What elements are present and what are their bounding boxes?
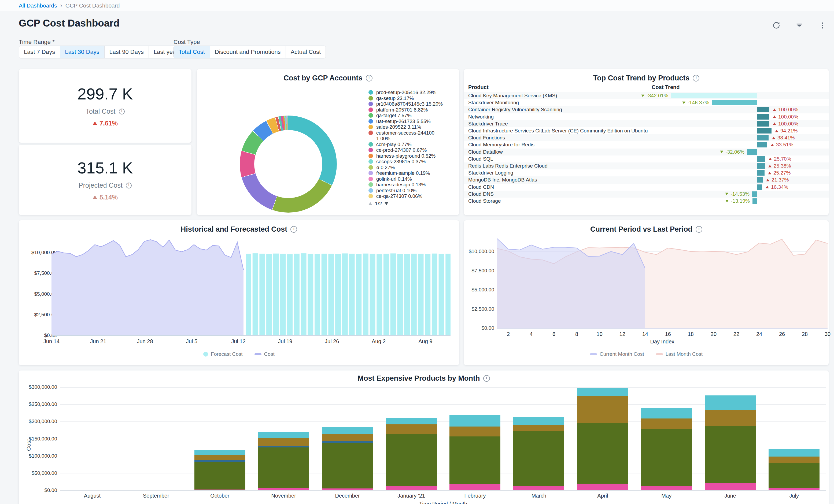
info-icon[interactable] (290, 226, 297, 233)
legend-item[interactable]: golink-url 0.14% (369, 176, 452, 182)
projected-cost-value: 315.1 K (78, 159, 133, 177)
x-axis-tick: Aug 2 (372, 338, 386, 345)
legend-item[interactable]: harness-design 0.13% (369, 182, 452, 188)
table-row[interactable]: Cloud SQL25.70% (464, 155, 829, 162)
info-icon[interactable] (126, 182, 132, 189)
trend-cell: 38.41% (650, 134, 827, 141)
legend-item[interactable]: pr10406a87045145c3 15.20% (369, 101, 452, 107)
stacked-bar[interactable] (705, 395, 756, 490)
legend-item[interactable]: harness-playground 0.52% (369, 153, 452, 159)
stacked-bar[interactable] (577, 388, 628, 490)
trend-cell: 16.34% (650, 184, 827, 191)
table-row[interactable]: Stackdriver Logging25.27% (464, 170, 829, 176)
stacked-bar[interactable] (769, 449, 819, 490)
legend-item[interactable]: prod-setup-205416 32.29% (369, 90, 452, 95)
stacked-bar[interactable] (322, 427, 373, 490)
table-row[interactable]: Stackdriver Trace100.00% (464, 120, 829, 127)
legend-item[interactable]: secops-239815 0.37% (369, 159, 452, 165)
table-row[interactable]: Cloud Functions38.41% (464, 134, 829, 141)
legend-item[interactable]: ø 0.27% (369, 165, 452, 171)
bar-segment (705, 410, 756, 426)
legend-item[interactable]: pentest-uat 0.10% (369, 188, 452, 194)
stacked-bar[interactable] (386, 418, 437, 490)
segment-option[interactable]: Discount and Promotions (210, 46, 286, 58)
trend-value: 25.70% (768, 155, 791, 162)
triangle-up-icon (773, 109, 776, 111)
x-axis-tick: April (571, 493, 635, 499)
table-row[interactable]: Cloud Key Management Service (KMS)-342.0… (464, 92, 829, 99)
x-axis-tick: December (316, 493, 379, 499)
legend-item[interactable]: uat-setup-261723 5.55% (369, 118, 452, 124)
info-icon[interactable] (366, 75, 372, 82)
table-row[interactable]: Container Registry Vulnerability Scannin… (464, 106, 829, 113)
trend-value: 100.00% (773, 113, 798, 120)
trend-bar (757, 135, 769, 140)
x-axis-tick: 4 (530, 331, 532, 337)
info-icon[interactable] (696, 226, 702, 233)
legend-swatch-icon (369, 119, 373, 124)
table-row[interactable]: Cloud CDN16.34% (464, 184, 829, 191)
trend-bar (757, 184, 762, 190)
legend-item[interactable]: platform-205701 8.82% (369, 107, 452, 113)
x-axis-tick: September (124, 493, 188, 499)
stacked-bar[interactable] (641, 408, 692, 490)
product-cell: MongoDB Inc. MongoDB Atlas (464, 176, 649, 183)
trend-bar (752, 192, 757, 197)
page-down-icon[interactable] (385, 202, 388, 205)
segment-option[interactable]: Last 30 Days (60, 46, 104, 58)
table-row[interactable]: Cloud Dataflow-32.06% (464, 149, 829, 155)
segment-option[interactable]: Actual Cost (286, 46, 326, 58)
refresh-icon[interactable] (772, 21, 781, 30)
bar-segment (705, 426, 756, 483)
donut-ring[interactable] (240, 115, 337, 213)
table-row[interactable]: Cloud Memorystore for Redis33.51% (464, 141, 829, 148)
page-up-icon[interactable] (369, 202, 372, 205)
table-row[interactable]: Cloud DNS-14.53% (464, 191, 829, 198)
stacked-bar[interactable] (513, 417, 564, 490)
x-axis-tick: 22 (733, 331, 739, 337)
bar-slot (188, 371, 252, 490)
table-row[interactable]: Networking100.00% (464, 113, 829, 120)
legend-item[interactable]: ce-prod-274307 0.67% (369, 147, 452, 153)
more-menu-icon[interactable] (818, 21, 827, 30)
segment-option[interactable]: Last 7 Days (19, 46, 60, 58)
stacked-bar[interactable] (449, 415, 500, 490)
legend-item[interactable]: qa-target 7.57% (369, 113, 452, 118)
segment-option[interactable]: Total Cost (174, 46, 210, 58)
product-cell: Stackdriver Logging (464, 170, 649, 176)
bar-segment (258, 488, 309, 490)
breadcrumb-all-dashboards-link[interactable]: All Dashboards (19, 2, 57, 9)
y-axis-tick: $2,500.00 (466, 306, 494, 312)
time-range-segmented-control[interactable]: Last 7 DaysLast 30 DaysLast 90 DaysLast … (19, 46, 183, 59)
legend-item[interactable]: sales-209522 3.11% (369, 124, 452, 130)
cost-type-segmented-control[interactable]: Total CostDiscount and PromotionsActual … (174, 46, 326, 59)
bar-slot (124, 371, 188, 490)
table-row[interactable]: Redis Labs Redis Enterprise Cloud25.38% (464, 162, 829, 170)
y-axis-tick: $0.00 (466, 325, 494, 331)
x-axis-tick: 24 (756, 331, 762, 337)
triangle-up-icon (766, 186, 769, 188)
legend-item[interactable]: freemium-sample 0.19% (369, 170, 452, 176)
legend-item[interactable]: qa-setup 23.17% (369, 95, 452, 101)
legend-item[interactable]: customer-success-244100 1.00% (369, 130, 452, 141)
stacked-bar[interactable] (258, 432, 309, 490)
triangle-down-icon (720, 151, 723, 153)
stacked-bar[interactable] (194, 450, 245, 490)
filter-icon[interactable] (795, 21, 804, 30)
info-icon[interactable] (693, 75, 699, 82)
info-icon[interactable] (119, 109, 125, 114)
x-axis-labels: AugustSeptemberOctoberNovemberDecemberJa… (60, 493, 826, 499)
legend-swatch-icon (369, 171, 373, 175)
triangle-up-icon (769, 158, 772, 160)
segment-option[interactable]: Last 90 Days (105, 46, 149, 58)
bar-segment (641, 429, 692, 486)
table-row[interactable]: Cloud Storage-13.19% (464, 198, 829, 204)
legend-swatch-icon (369, 142, 373, 147)
cost-swatch-icon (255, 353, 261, 355)
legend-item[interactable]: ccm-play 0.77% (369, 141, 452, 148)
table-row[interactable]: Cloud Infrastructure Services GitLab Ser… (464, 127, 829, 134)
legend-item[interactable]: ce-qa-274307 0.06% (369, 193, 452, 199)
table-row[interactable]: MongoDB Inc. MongoDB Atlas21.37% (464, 176, 829, 183)
table-row[interactable]: Stackdriver Monitoring-146.37% (464, 99, 829, 106)
total-cost-value: 299.7 K (78, 85, 133, 103)
